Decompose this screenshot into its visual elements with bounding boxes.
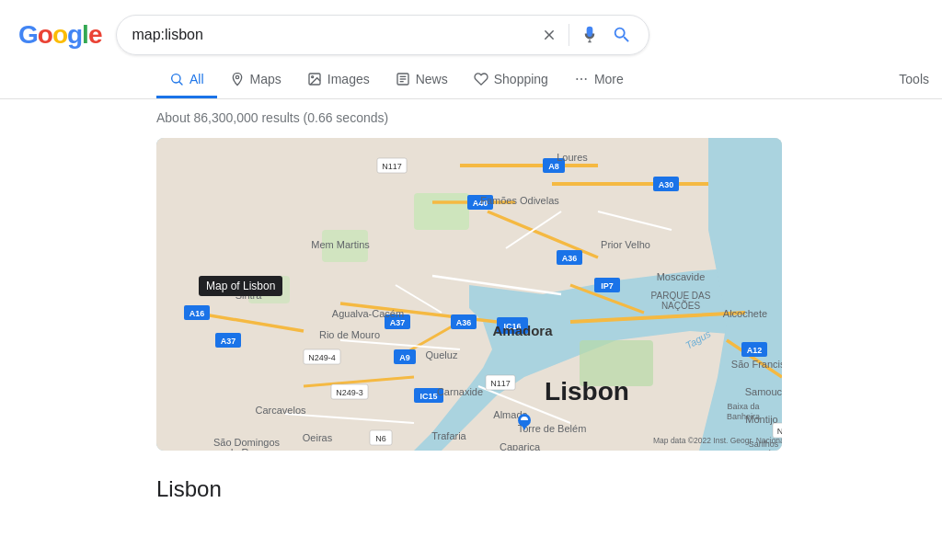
search-actions xyxy=(539,23,634,47)
search-input[interactable]: map:lisbon xyxy=(132,27,530,43)
svg-text:Carnaxide: Carnaxide xyxy=(437,386,483,397)
svg-text:Oeiras: Oeiras xyxy=(303,432,333,443)
tab-images[interactable]: Images xyxy=(294,63,383,98)
svg-text:N249-3: N249-3 xyxy=(336,388,363,397)
header: Google map:lisbon xyxy=(0,0,942,55)
svg-point-8 xyxy=(576,78,578,80)
svg-text:IP7: IP7 xyxy=(601,281,614,291)
svg-text:Prior Velho: Prior Velho xyxy=(601,239,650,250)
svg-point-9 xyxy=(580,78,582,80)
svg-text:A30: A30 xyxy=(659,180,674,189)
svg-text:Baixa da: Baixa da xyxy=(727,402,759,411)
svg-text:A36: A36 xyxy=(456,318,472,327)
voice-search-button[interactable] xyxy=(579,24,601,46)
clear-icon xyxy=(541,27,557,43)
svg-text:PARQUE DAS: PARQUE DAS xyxy=(651,291,711,301)
svg-text:Moscavide: Moscavide xyxy=(657,271,706,282)
svg-text:Alcochete: Alcochete xyxy=(723,308,767,319)
svg-rect-15 xyxy=(414,193,469,230)
svg-text:A8: A8 xyxy=(548,162,559,171)
tab-news[interactable]: News xyxy=(383,63,461,98)
svg-text:Loures: Loures xyxy=(557,152,588,163)
svg-text:Grandes: Grandes xyxy=(748,449,780,451)
svg-text:A37: A37 xyxy=(221,337,236,346)
tab-shopping[interactable]: Shopping xyxy=(461,63,561,98)
results-summary: About 86,300,000 results (0.66 seconds) xyxy=(0,99,942,134)
svg-text:Banheira: Banheira xyxy=(727,412,760,421)
svg-text:N117: N117 xyxy=(382,162,402,171)
result-title: Lisbon xyxy=(0,469,942,509)
maps-icon xyxy=(230,72,245,86)
news-icon xyxy=(396,72,410,86)
svg-text:Rio de Mouro: Rio de Mouro xyxy=(319,329,380,340)
shopping-icon xyxy=(474,72,488,86)
tab-more[interactable]: More xyxy=(561,63,637,98)
svg-text:N117: N117 xyxy=(490,379,511,388)
search-icon xyxy=(612,25,632,45)
svg-text:A16: A16 xyxy=(190,309,205,318)
svg-text:N6: N6 xyxy=(375,434,386,443)
svg-text:Lisbon: Lisbon xyxy=(545,377,629,406)
svg-text:Amadora: Amadora xyxy=(492,323,553,338)
tab-shopping-label: Shopping xyxy=(494,72,548,86)
map-label: Map of Lisbon xyxy=(199,276,282,296)
all-icon xyxy=(169,72,184,86)
tab-maps[interactable]: Maps xyxy=(217,63,294,98)
map-result[interactable]: IC16 N117 A8 A30 A36 A36 A40 A37 IP7 xyxy=(156,138,782,451)
clear-button[interactable] xyxy=(539,25,559,45)
more-icon xyxy=(574,72,589,86)
svg-text:N249-4: N249-4 xyxy=(308,353,336,362)
microphone-icon xyxy=(580,26,599,44)
svg-text:NAÇÕES: NAÇÕES xyxy=(661,300,701,311)
tools-button[interactable]: Tools xyxy=(886,63,942,98)
svg-text:A36: A36 xyxy=(562,254,578,263)
svg-text:N11: N11 xyxy=(777,427,782,436)
search-button[interactable] xyxy=(610,23,634,47)
search-tabs: All Maps Images News Shopping xyxy=(0,55,942,99)
svg-text:São Francisco: São Francisco xyxy=(731,359,782,370)
tab-all-label: All xyxy=(190,72,204,86)
svg-text:A37: A37 xyxy=(390,318,406,327)
tab-maps-label: Maps xyxy=(250,72,281,86)
svg-text:IC15: IC15 xyxy=(419,392,437,401)
tab-images-label: Images xyxy=(327,72,370,86)
svg-text:Map data ©2022 Inst. Geogr. Na: Map data ©2022 Inst. Geogr. Nacional xyxy=(653,436,782,445)
svg-text:Trafaria: Trafaria xyxy=(431,430,466,441)
svg-text:Samouco: Samouco xyxy=(745,386,782,397)
tab-more-label: More xyxy=(594,72,624,86)
svg-text:Mem Martins: Mem Martins xyxy=(311,239,370,250)
svg-point-4 xyxy=(311,76,313,78)
svg-text:Famões Odivelas: Famões Odivelas xyxy=(480,195,559,206)
svg-text:A12: A12 xyxy=(747,346,763,355)
google-logo[interactable]: Google xyxy=(18,20,101,50)
svg-text:de Rana: de Rana xyxy=(227,447,266,451)
svg-text:Agualva-Cacém: Agualva-Cacém xyxy=(332,308,404,319)
svg-line-2 xyxy=(179,82,182,85)
svg-text:Carcavelos: Carcavelos xyxy=(255,405,306,416)
search-divider xyxy=(569,24,569,46)
tab-news-label: News xyxy=(416,72,448,86)
search-bar: map:lisbon xyxy=(116,15,649,55)
svg-text:Queluz: Queluz xyxy=(426,349,458,360)
svg-text:Caparica: Caparica xyxy=(500,441,541,451)
tab-all[interactable]: All xyxy=(156,63,217,98)
svg-point-10 xyxy=(585,78,587,80)
images-icon xyxy=(307,72,322,86)
svg-text:A9: A9 xyxy=(399,353,410,362)
